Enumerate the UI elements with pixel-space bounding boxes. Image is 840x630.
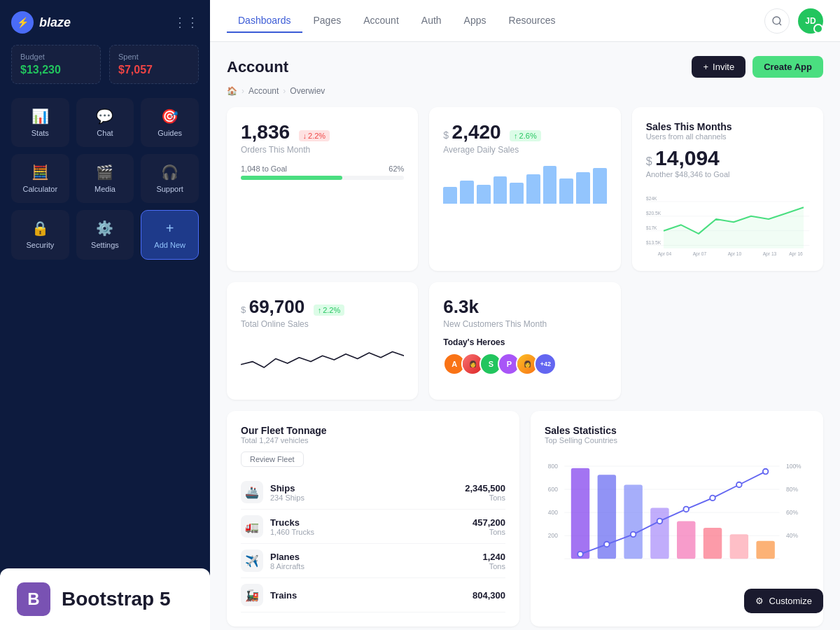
page-header: Account + Invite Create App <box>227 56 823 78</box>
svg-text:$13.5K: $13.5K <box>646 240 662 245</box>
daily-sales-badge: ↑ 2.6% <box>510 130 541 141</box>
progress-bar-bg <box>241 176 404 180</box>
invite-button[interactable]: + Invite <box>692 56 746 78</box>
fleet-row-ships: 🚢 Ships 234 Ships 2,345,500 Tons <box>241 475 505 510</box>
sales-line-chart: $24K $20.5K $17K $13.5K Apr 04 Apr 07 Ap… <box>646 184 809 254</box>
guides-icon: 🎯 <box>161 108 178 125</box>
svg-rect-31 <box>650 508 668 559</box>
svg-text:$24K: $24K <box>646 196 657 201</box>
sales-big-value-row: $ 14,094 <box>646 146 809 170</box>
content-area: Account + Invite Create App 🏠 › Account … <box>210 42 840 630</box>
svg-point-41 <box>710 496 715 501</box>
fleet-info-ships: Ships 234 Ships <box>270 483 458 502</box>
sales-month-subtitle: Users from all channels <box>646 132 809 141</box>
sidebar-item-label: Settings <box>91 241 119 249</box>
bootstrap-branding: B Bootstrap 5 <box>0 568 210 630</box>
search-icon <box>771 15 783 27</box>
budget-value: $13,230 <box>20 64 92 76</box>
fleet-row-trains: 🚂 Trains 804,300 <box>241 578 505 612</box>
search-button[interactable] <box>764 8 790 34</box>
daily-sales-header: $ 2,420 ↑ 2.6% <box>443 121 606 144</box>
bar <box>559 178 573 204</box>
security-icon: 🔒 <box>31 220 49 237</box>
svg-point-0 <box>773 17 780 24</box>
media-icon: 🎬 <box>96 164 113 181</box>
ss-title: Sales Statistics <box>545 425 809 436</box>
sidebar-item-guides[interactable]: 🎯 Guides <box>141 98 199 147</box>
sidebar-item-support[interactable]: 🎧 Support <box>141 154 199 203</box>
svg-rect-35 <box>756 541 774 559</box>
sidebar-item-security[interactable]: 🔒 Security <box>11 210 69 260</box>
sidebar-item-label: Security <box>26 241 54 249</box>
heroes-avatars: A 👩 S P 👩 +42 <box>443 353 606 375</box>
sidebar: ⚡ blaze ⋮⋮ Budget $13,230 Spent $7,057 📊… <box>0 0 210 630</box>
page-title: Account <box>227 58 288 76</box>
breadcrumb-overview: Overwiev <box>290 86 325 96</box>
trucks-icon: 🚛 <box>241 515 263 538</box>
svg-text:Apr 13: Apr 13 <box>762 251 776 257</box>
fleet-row-planes: ✈️ Planes 8 Aircrafts 1,240 Tons <box>241 544 505 578</box>
sidebar-item-stats[interactable]: 📊 Stats <box>11 98 69 147</box>
sidebar-item-label: Support <box>156 185 183 193</box>
spent-value: $7,057 <box>118 64 190 76</box>
svg-rect-28 <box>571 468 589 559</box>
fleet-info-trucks: Trucks 1,460 Trucks <box>270 517 465 536</box>
sidebar-item-chat[interactable]: 💬 Chat <box>76 98 134 147</box>
nav-link-account[interactable]: Account <box>352 9 410 33</box>
sales-stats-chart: 800 600 400 200 100% 80% 60% 40% <box>545 451 809 578</box>
breadcrumb-home: 🏠 <box>227 86 237 96</box>
sidebar-item-label: Stats <box>31 129 49 137</box>
new-customers-card: 6.3k New Customers This Month Today's He… <box>429 282 620 400</box>
svg-rect-33 <box>704 528 722 559</box>
nav-link-resources[interactable]: Resources <box>498 9 567 33</box>
user-avatar[interactable]: JD <box>798 8 823 34</box>
svg-rect-34 <box>730 534 748 559</box>
svg-point-36 <box>578 552 583 557</box>
fleet-subtitle: Total 1,247 vehicles <box>241 436 505 444</box>
orders-progress: 1,048 to Goal 62% <box>241 164 404 180</box>
stats-grid: 1,836 ↓ 2.2% Orders This Month 1,048 to … <box>227 107 823 271</box>
svg-text:200: 200 <box>548 532 558 539</box>
ss-subtitle: Top Selling Countries <box>545 436 809 444</box>
fleet-value-ships: 2,345,500 Tons <box>465 483 505 502</box>
customize-button[interactable]: ⚙ Customize <box>744 589 823 613</box>
svg-text:$20.5K: $20.5K <box>646 211 662 216</box>
sidebar-menu-icon[interactable]: ⋮⋮ <box>174 15 199 30</box>
nav-link-dashboards[interactable]: Dashboards <box>227 9 302 33</box>
nav-link-apps[interactable]: Apps <box>453 9 498 33</box>
fleet-card: Our Fleet Tonnage Total 1,247 vehicles R… <box>227 411 519 626</box>
sidebar-header: ⚡ blaze ⋮⋮ <box>11 11 199 34</box>
online-sales-badge: ↑ 2.2% <box>314 304 345 316</box>
fleet-info-planes: Planes 8 Aircrafts <box>270 552 475 570</box>
svg-rect-32 <box>677 521 695 559</box>
svg-point-43 <box>763 469 769 475</box>
sales-month-title: Sales This Months <box>646 121 809 132</box>
heroes-title: Today's Heroes <box>443 337 606 347</box>
nav-link-auth[interactable]: Auth <box>410 9 453 33</box>
bar <box>510 183 524 204</box>
sidebar-item-label: Guides <box>158 129 182 137</box>
sidebar-item-add-new[interactable]: + Add New <box>141 210 199 260</box>
budget-row: Budget $13,230 Spent $7,057 <box>11 45 199 84</box>
fleet-title: Our Fleet Tonnage <box>241 425 505 436</box>
dollar-prefix: $ <box>443 130 449 141</box>
create-app-button[interactable]: Create App <box>752 56 823 78</box>
logo-text: blaze <box>39 15 71 30</box>
orders-badge: ↓ 2.2% <box>299 130 330 141</box>
daily-sales-card: $ 2,420 ↑ 2.6% Average Daily Sales <box>429 107 620 271</box>
fleet-value-trucks: 457,200 Tons <box>472 517 505 536</box>
review-fleet-button[interactable]: Review Fleet <box>241 451 304 467</box>
header-actions: + Invite Create App <box>692 56 823 78</box>
svg-point-40 <box>683 507 689 512</box>
sales-goal: Another $48,346 to Goal <box>646 170 809 178</box>
goal-pct: 62% <box>388 164 404 173</box>
svg-text:600: 600 <box>548 486 558 493</box>
sidebar-item-media[interactable]: 🎬 Media <box>76 154 134 203</box>
sidebar-item-calculator[interactable]: 🧮 Calculator <box>11 154 69 203</box>
bar <box>460 181 474 204</box>
bar <box>593 168 607 204</box>
bootstrap-icon: B <box>17 582 50 616</box>
logo-area: ⚡ blaze <box>11 11 71 34</box>
nav-link-pages[interactable]: Pages <box>302 9 353 33</box>
sidebar-item-settings[interactable]: ⚙️ Settings <box>76 210 134 260</box>
